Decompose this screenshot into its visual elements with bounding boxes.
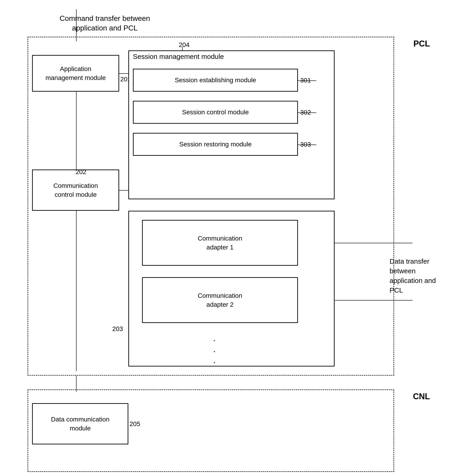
app-management-module-label: Application management module (45, 64, 106, 82)
cnl-label: CNL (413, 392, 430, 401)
label-204: 204 (179, 41, 189, 49)
label-301: 301 (300, 77, 311, 84)
label-302: 302 (300, 109, 311, 116)
data-transfer-label: Data transfer between application and PC… (390, 256, 448, 295)
label-303: 303 (300, 141, 311, 148)
top-vertical-line (76, 9, 77, 41)
communication-adapter-1-box: Communication adapter 1 (142, 220, 298, 266)
label-202: 202 (76, 168, 86, 176)
pcl-label: PCL (413, 39, 430, 49)
session-control-module-label: Session control module (182, 109, 249, 116)
data-communication-module-label: Data communication module (51, 415, 109, 433)
session-establishing-module-label: Session establishing module (175, 76, 256, 84)
between-pcl-cnl-line (76, 376, 77, 392)
app-management-module-box: Application management module (32, 55, 119, 92)
session-control-module-box: Session control module (133, 101, 298, 124)
label-203: 203 (112, 325, 123, 333)
communication-adapter-1-label: Communication adapter 1 (198, 234, 242, 252)
session-restoring-module-box: Session restoring module (133, 133, 298, 156)
session-restoring-module-label: Session restoring module (179, 141, 252, 148)
left-vertical-line (76, 55, 77, 371)
data-transfer-line-top (334, 243, 412, 243)
top-label: Command transfer between application and… (60, 14, 150, 33)
ellipsis-dots: · · · (213, 334, 216, 367)
diagram-container: Command transfer between application and… (14, 9, 448, 467)
label-205: 205 (129, 420, 140, 428)
communication-adapter-2-label: Communication adapter 2 (198, 291, 242, 309)
data-communication-module-box: Data communication module (32, 403, 128, 444)
session-management-label: Session management module (133, 53, 224, 60)
comm-control-module-label: Communication control module (53, 181, 98, 199)
communication-adapter-2-box: Communication adapter 2 (142, 277, 298, 323)
comm-control-module-box: Communication control module (32, 170, 119, 211)
session-establishing-module-box: Session establishing module (133, 69, 298, 92)
data-transfer-line-bottom (334, 300, 412, 300)
